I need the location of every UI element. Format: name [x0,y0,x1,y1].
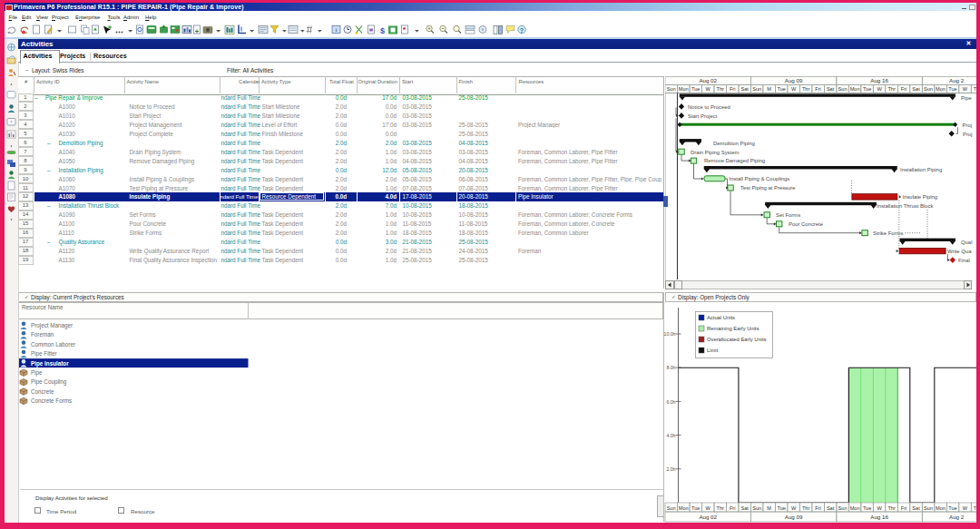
svg-text:Mon: Mon [850,86,860,92]
svg-text:Pipe: Pipe [961,95,973,101]
svg-text:Sat: Sat [740,86,749,92]
svg-text:4.0h: 4.0h [666,433,675,438]
svg-text:Thr: Thr [802,86,810,92]
svg-text:Aug 09: Aug 09 [785,77,803,83]
svg-text:10.0h: 10.0h [664,331,676,337]
svg-text:Mon: Mon [936,505,946,511]
svg-text:Tue: Tue [777,505,785,511]
svg-text:Project Manager: Project Manager [31,322,73,329]
svg-text:Concrete Forms: Concrete Forms [31,397,72,404]
svg-text:Thr: Thr [974,505,976,511]
svg-text:Demolition Piping: Demolition Piping [713,141,755,146]
svg-text:Tue: Tue [863,505,871,511]
svg-text:2.0h: 2.0h [666,466,675,472]
svg-text:Sun: Sun [924,505,933,511]
svg-text:Concrete: Concrete [31,388,54,395]
svg-text:W: W [877,86,882,92]
svg-text:8.0h: 8.0h [666,365,675,370]
svg-text:Sun: Sun [667,86,676,92]
svg-text:Tue: Tue [948,86,956,92]
svg-text:Write Qua: Write Qua [947,249,972,254]
svg-text:Sun: Sun [752,505,761,511]
svg-text:Installation Thrust Block: Installation Thrust Block [877,203,933,209]
svg-text:Sat: Sat [912,86,920,92]
svg-text:Thr: Thr [974,86,976,92]
svg-text:Final: Final [958,258,970,263]
svg-text:Fri: Fri [730,505,736,511]
svg-text:W: W [791,505,797,511]
svg-text:Sat: Sat [912,505,920,511]
svg-text:Test Piping at Pressure: Test Piping at Pressure [740,185,796,191]
svg-text:Fri: Fri [901,86,907,92]
svg-text:Proj: Proj [963,132,972,137]
svg-text:Sun: Sun [924,86,933,92]
svg-text:M: M [767,86,771,92]
svg-text:Qual: Qual [961,240,972,245]
svg-text:Pipe: Pipe [31,369,43,377]
svg-text:Aug 02: Aug 02 [699,514,717,520]
svg-text:Notice to Proceed: Notice to Proceed [688,104,730,110]
svg-text:Overallocated Early Units: Overallocated Early Units [707,337,767,342]
svg-text:Mon: Mon [679,86,689,92]
svg-text:Thr: Thr [717,505,725,511]
svg-text:Insulate Piping: Insulate Piping [903,194,938,200]
svg-text:Limit: Limit [707,348,719,353]
svg-text:6.0h: 6.0h [666,399,675,405]
svg-text:Pipe Insulator: Pipe Insulator [31,360,69,367]
svg-text:Mon: Mon [936,86,946,92]
svg-text:Fri: Fri [815,505,821,511]
svg-text:Install Piping & Couplings: Install Piping & Couplings [730,176,790,181]
svg-text:M: M [767,505,771,511]
svg-text:Sun: Sun [838,505,848,511]
svg-text:W: W [963,86,968,92]
svg-text:Sun: Sun [838,86,848,92]
svg-text:Aug 16: Aug 16 [870,77,888,83]
svg-text:Tue: Tue [691,505,700,511]
svg-text:Remove Damaged Piping: Remove Damaged Piping [704,158,765,163]
svg-text:Installation Piping: Installation Piping [900,167,942,172]
svg-text:Actual Units: Actual Units [707,315,735,320]
svg-text:W: W [791,86,797,92]
svg-text:$: $ [380,26,385,35]
svg-text:W: W [877,505,882,511]
svg-text:Drain Piping System: Drain Piping System [691,150,739,155]
svg-text:W: W [706,86,711,92]
svg-text:Mon: Mon [850,505,860,511]
svg-text:Sat: Sat [740,505,749,511]
svg-text:Fri: Fri [815,86,821,92]
svg-text:Fri: Fri [901,505,907,511]
svg-text:Sun: Sun [752,86,761,92]
svg-text:Pipe Fitter: Pipe Fitter [31,350,57,358]
svg-text:Pipe Coupling: Pipe Coupling [31,378,67,386]
svg-text:Thr: Thr [887,505,896,511]
svg-text:Aug 2: Aug 2 [949,514,965,520]
svg-text:Proj: Proj [963,122,972,128]
svg-text:Tue: Tue [948,505,956,511]
svg-text:Sun: Sun [667,505,676,511]
svg-text:Foreman: Foreman [31,331,54,338]
svg-text:Mon: Mon [679,505,689,511]
svg-text:Strike Forms: Strike Forms [873,230,903,236]
svg-text:W: W [963,505,968,511]
svg-text:Set Forms: Set Forms [776,212,800,218]
svg-text:Common Laborer: Common Laborer [31,341,75,348]
svg-text:i: i [336,26,338,34]
svg-text:W: W [706,505,711,511]
svg-text:Tue: Tue [691,86,700,92]
svg-text:Thr: Thr [717,86,725,92]
svg-text:Sat: Sat [827,505,835,511]
svg-text:Pour Concrete: Pour Concrete [789,221,824,227]
svg-text:?: ? [520,27,524,34]
svg-text:Aug 2: Aug 2 [949,77,965,83]
svg-text:Aug 09: Aug 09 [785,514,803,520]
svg-text:Aug 02: Aug 02 [699,77,717,83]
svg-text:Tue: Tue [863,86,871,92]
svg-text:Start Project: Start Project [688,113,718,119]
svg-text:Thr: Thr [887,86,896,92]
svg-text:Fri: Fri [730,86,736,92]
svg-text:Tue: Tue [777,86,785,92]
svg-text:Sat: Sat [827,86,835,92]
svg-text:Remaining Early Units: Remaining Early Units [707,326,759,331]
svg-text:Aug 16: Aug 16 [870,514,888,520]
svg-text:Thr: Thr [802,505,810,511]
